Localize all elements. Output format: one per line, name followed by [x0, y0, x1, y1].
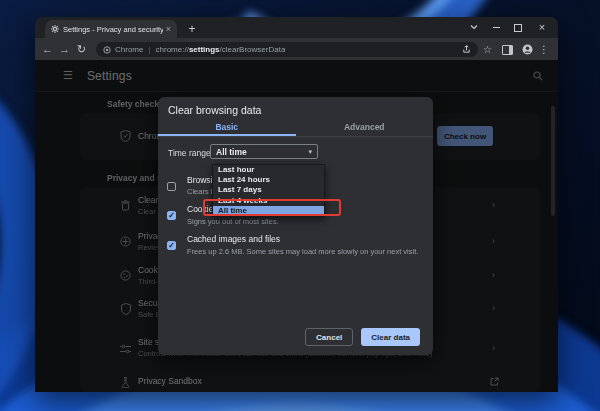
tab-title: Settings - Privacy and security [63, 25, 163, 34]
kebab-menu-icon[interactable]: ⋮ [539, 42, 549, 57]
share-icon[interactable] [462, 45, 471, 54]
profile-avatar[interactable] [522, 42, 533, 57]
option-last-hour[interactable]: Last hour [213, 165, 324, 175]
dialog-footer: Cancel Clear data [305, 328, 420, 346]
option-last-24-hours[interactable]: Last 24 hours [213, 175, 324, 185]
forward-icon[interactable]: → [56, 43, 73, 55]
side-panel-icon[interactable] [502, 42, 513, 57]
minimize-button[interactable] [485, 19, 507, 35]
browser-window: Settings - Privacy and security × + × ← … [35, 17, 558, 392]
site-icon [103, 46, 111, 54]
tab-settings[interactable]: Settings - Privacy and security × [45, 20, 177, 38]
url-text: chrome://settings/clearBrowserData [156, 45, 286, 54]
clear-browsing-data-dialog: Clear browsing data Basic Advanced Time … [158, 97, 433, 355]
chevron-down-icon: ▾ [308, 148, 312, 156]
screenshot-root: Settings - Privacy and security × + × ← … [0, 0, 600, 411]
browsing-history-checkbox[interactable] [167, 182, 176, 191]
annotation-highlight-box [203, 199, 341, 216]
titlebar-chevron-icon[interactable] [463, 19, 485, 35]
option-last-7-days[interactable]: Last 7 days [213, 185, 324, 195]
time-range-select[interactable]: All time ▾ [210, 144, 318, 159]
cookies-checkbox[interactable]: ✓ [167, 211, 176, 220]
time-range-value: All time [216, 147, 247, 157]
url-divider: | [148, 45, 150, 54]
settings-gear-icon [51, 25, 59, 33]
dialog-tabs: Basic Advanced [158, 119, 433, 137]
url-chip-label: Chrome [115, 45, 143, 54]
cancel-button[interactable]: Cancel [305, 328, 353, 346]
bookmark-star-icon[interactable]: ☆ [483, 42, 492, 57]
dialog-title: Clear browsing data [168, 104, 261, 116]
address-bar[interactable]: Chrome | chrome://settings/clearBrowserD… [96, 42, 478, 57]
time-range-label: Time range [168, 148, 211, 158]
new-tab-button[interactable]: + [185, 22, 199, 36]
tab-advanced[interactable]: Advanced [296, 119, 434, 136]
tab-strip: Settings - Privacy and security × + × [35, 17, 558, 38]
checkbox-desc: Frees up 2.6 MB. Some sites may load mor… [187, 247, 418, 256]
back-icon[interactable]: ← [39, 43, 56, 55]
clear-data-button[interactable]: Clear data [361, 328, 420, 346]
cached-images-checkbox[interactable]: ✓ [167, 241, 176, 250]
close-button[interactable]: × [531, 19, 553, 35]
checkbox-desc: Signs you out of most sites. [187, 217, 279, 226]
maximize-button[interactable] [507, 19, 529, 35]
tab-basic[interactable]: Basic [158, 119, 296, 136]
tab-close-icon[interactable]: × [166, 24, 171, 34]
reload-icon[interactable]: ↻ [73, 43, 90, 56]
checkbox-label: Cached images and files [187, 234, 280, 244]
